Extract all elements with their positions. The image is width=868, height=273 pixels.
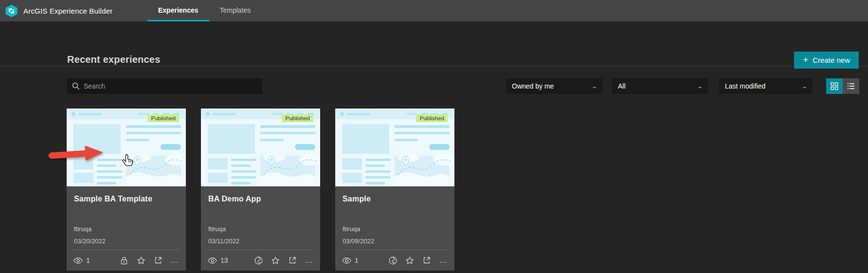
more-options-button[interactable]: … xyxy=(439,258,448,263)
eye-icon xyxy=(342,257,351,264)
chevron-down-icon: ⌄ xyxy=(591,83,597,90)
grid-view-button[interactable] xyxy=(826,78,843,94)
top-nav: ArcGIS Experience Builder Experiences Te… xyxy=(0,0,868,21)
experience-title: BA Demo App xyxy=(208,186,313,203)
card-body: Sample BA Template ftiruqa 03/20/2022 1 xyxy=(67,186,186,271)
map-preview xyxy=(395,153,454,186)
eye-icon xyxy=(73,257,83,264)
experience-thumbnail[interactable]: Published xyxy=(201,109,320,186)
card-footer: 1 xyxy=(73,250,179,271)
favorite-button[interactable] xyxy=(405,256,414,265)
experience-card[interactable]: Published Sample BA Template ftiruqa 03/… xyxy=(67,109,186,271)
search-icon xyxy=(72,82,80,90)
experience-thumbnail[interactable]: Published xyxy=(67,109,186,186)
globe-icon xyxy=(388,256,397,265)
experience-date: 03/11/2022 xyxy=(208,237,239,245)
app-title: ArcGIS Experience Builder xyxy=(23,7,112,15)
list-view-button[interactable] xyxy=(843,78,859,94)
filter-sort[interactable]: Last modified ⌄ xyxy=(719,78,813,94)
experience-owner: ftiruqa xyxy=(343,225,360,233)
favorite-button[interactable] xyxy=(137,256,145,265)
tab-templates[interactable]: Templates xyxy=(209,0,262,21)
star-icon xyxy=(137,256,145,265)
more-options-button[interactable]: … xyxy=(171,258,179,263)
card-body: Sample ftiruqa 03/09/2022 1 xyxy=(335,186,454,271)
favorite-button[interactable] xyxy=(271,256,280,265)
export-icon xyxy=(423,256,431,264)
view-mode-toggle xyxy=(826,78,859,94)
filter-owned-by[interactable]: Owned by me ⌄ xyxy=(506,78,602,94)
view-count: 13 xyxy=(208,256,228,264)
export-icon xyxy=(289,256,296,264)
status-badge: Published xyxy=(147,114,179,122)
filter-owned-by-value: Owned by me xyxy=(512,82,554,90)
view-count-number: 1 xyxy=(86,256,90,264)
list-view-icon xyxy=(847,82,855,90)
experience-card[interactable]: Published BA Demo App ftiruqa 03/11/2022… xyxy=(201,109,320,271)
map-preview xyxy=(260,153,320,186)
experience-date: 03/20/2022 xyxy=(74,237,106,245)
tab-experiences[interactable]: Experiences xyxy=(147,0,209,21)
create-new-label: Create new xyxy=(813,56,850,64)
lock-icon xyxy=(120,256,128,265)
experience-title: Sample BA Template xyxy=(74,186,179,203)
experience-card[interactable]: Published Sample ftiruqa 03/09/2022 1 xyxy=(335,109,454,271)
chevron-down-icon: ⌄ xyxy=(697,83,703,90)
create-new-button[interactable]: + Create new xyxy=(794,52,859,69)
star-icon xyxy=(271,256,280,265)
nav-tabs: Experiences Templates xyxy=(147,0,261,21)
launch-button[interactable] xyxy=(154,256,163,265)
status-badge: Published xyxy=(416,114,448,122)
search-input[interactable] xyxy=(84,82,249,90)
experience-builder-logo xyxy=(5,4,18,18)
view-count: 1 xyxy=(73,256,90,264)
launch-button[interactable] xyxy=(422,256,431,265)
card-footer: 13 xyxy=(208,250,313,271)
card-body: BA Demo App ftiruqa 03/11/2022 13 xyxy=(201,186,320,271)
status-badge: Published xyxy=(282,114,313,122)
map-preview xyxy=(126,153,185,186)
experience-date: 03/09/2022 xyxy=(343,237,374,245)
experience-owner: ftiruqa xyxy=(208,225,226,233)
grid-view-icon xyxy=(831,82,838,90)
experience-thumbnail[interactable]: Published xyxy=(335,109,454,186)
experience-owner: ftiruqa xyxy=(74,225,91,233)
card-footer: 1 xyxy=(342,250,448,271)
filter-type[interactable]: All ⌄ xyxy=(612,78,708,94)
page-header: Recent experiences + Create new xyxy=(0,21,868,66)
plus-icon: + xyxy=(803,55,808,65)
star-icon xyxy=(405,256,414,265)
eye-icon xyxy=(208,257,217,264)
view-count-number: 13 xyxy=(220,256,228,264)
globe-icon xyxy=(254,256,263,265)
page-title: Recent experiences xyxy=(67,54,160,65)
chevron-down-icon: ⌄ xyxy=(801,83,808,90)
more-options-button[interactable]: … xyxy=(305,258,313,263)
view-count-number: 1 xyxy=(355,256,359,264)
search-box[interactable] xyxy=(67,78,262,94)
experience-title: Sample xyxy=(343,186,447,203)
filter-type-value: All xyxy=(618,82,626,90)
launch-button[interactable] xyxy=(288,256,297,265)
view-count: 1 xyxy=(342,256,359,264)
filter-sort-value: Last modified xyxy=(725,82,765,90)
export-icon xyxy=(154,256,162,264)
